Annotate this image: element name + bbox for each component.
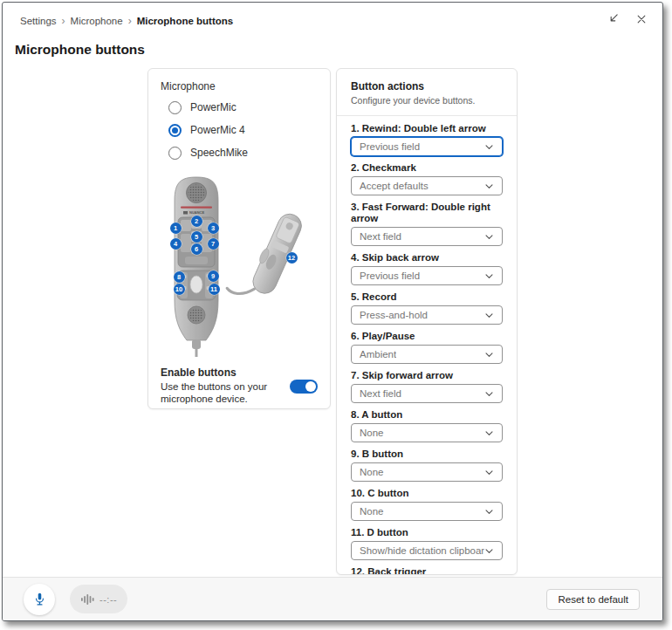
microphone-option-label: PowerMic xyxy=(190,101,237,113)
button-action-label: 4. Skip back arrow xyxy=(351,252,503,264)
button-actions-list: 1. Rewind: Double left arrow Previous fi… xyxy=(351,123,503,575)
device-button-badge: 12 xyxy=(286,252,298,264)
audio-level-indicator: --:-- xyxy=(70,585,127,613)
bottom-bar: --:-- Reset to default xyxy=(3,577,662,620)
button-action-group: 5. Record Press-and-hold xyxy=(351,291,503,325)
microphone-option-label: SpeechMike xyxy=(190,147,248,159)
chevron-down-icon xyxy=(484,142,494,152)
button-action-select[interactable]: None xyxy=(351,462,503,482)
divider xyxy=(337,115,517,116)
enable-buttons-description: Use the buttons on your microphone devic… xyxy=(161,380,285,405)
breadcrumb-item[interactable]: Microphone buttons xyxy=(137,16,234,26)
breadcrumb-item[interactable]: Settings xyxy=(20,16,57,26)
powermic-illustration: NUANCE xyxy=(161,173,319,358)
button-action-label: 10. C button xyxy=(351,488,503,499)
close-icon[interactable] xyxy=(636,14,647,24)
button-action-label: 12. Back trigger xyxy=(351,566,503,575)
button-action-label: 3. Fast Forward: Double right arrow xyxy=(351,202,503,224)
microphone-option[interactable]: PowerMic xyxy=(168,99,318,115)
button-action-group: 1. Rewind: Double left arrow Previous fi… xyxy=(351,123,503,156)
chevron-down-icon xyxy=(484,428,494,438)
button-action-label: 9. B button xyxy=(351,449,503,460)
button-action-group: 8. A button None xyxy=(351,409,503,442)
button-action-group: 11. D button Show/hide dictation clipboa… xyxy=(351,527,503,560)
button-action-label: 1. Rewind: Double left arrow xyxy=(351,123,503,134)
button-action-select[interactable]: Ambient xyxy=(351,345,503,364)
chevron-down-icon xyxy=(484,507,494,517)
button-action-select[interactable]: Previous field xyxy=(351,137,503,156)
device-button-badge: 9 xyxy=(208,270,219,282)
button-action-select[interactable]: None xyxy=(351,502,503,521)
button-action-group: 12. Back trigger Transfer text - Desktop… xyxy=(351,566,503,575)
select-value: None xyxy=(360,428,384,438)
microphone-option[interactable]: SpeechMike xyxy=(168,145,318,161)
radio-icon[interactable] xyxy=(168,124,182,137)
button-action-group: 3. Fast Forward: Double right arrow Next… xyxy=(351,202,503,246)
button-actions-subtitle: Configure your device buttons. xyxy=(351,95,503,106)
device-button-badge: 11 xyxy=(209,284,220,295)
device-button-badge: 5 xyxy=(191,231,202,243)
select-value: Ambient xyxy=(360,349,396,360)
button-action-label: 7. Skip forward arrow xyxy=(351,370,503,381)
button-action-select[interactable]: Previous field xyxy=(351,266,503,285)
collapse-window-icon[interactable] xyxy=(607,13,619,24)
device-button-badge: 3 xyxy=(208,223,219,234)
reset-to-default-button[interactable]: Reset to default xyxy=(546,589,640,610)
device-button-badge: 8 xyxy=(174,271,185,283)
device-button-badge: 7 xyxy=(208,238,219,250)
button-action-label: 5. Record xyxy=(351,291,503,303)
window-header: Settings › Microphone › Microphone butto… xyxy=(3,3,662,27)
microphone-card: Microphone PowerMic PowerMic 4 xyxy=(147,68,331,409)
button-action-select[interactable]: Press-and-hold xyxy=(351,305,503,325)
select-value: Previous field xyxy=(360,270,420,281)
button-action-group: 6. Play/Pause Ambient xyxy=(351,331,503,364)
svg-text:NUANCE: NUANCE xyxy=(189,210,204,215)
chevron-down-icon xyxy=(484,468,494,477)
breadcrumb-item[interactable]: Microphone xyxy=(71,16,123,26)
button-action-label: 11. D button xyxy=(351,527,503,538)
chevron-down-icon xyxy=(484,232,494,242)
button-action-select[interactable]: Show/hide dictation clipboard xyxy=(351,541,503,560)
select-value: None xyxy=(360,506,384,517)
button-action-select[interactable]: Next field xyxy=(351,227,503,246)
select-value: None xyxy=(360,467,384,477)
select-value: Accept defaults xyxy=(360,181,429,191)
button-action-group: 4. Skip back arrow Previous field xyxy=(351,252,503,285)
select-value: Press-and-hold xyxy=(360,310,428,320)
device-button-badge: 1 xyxy=(170,223,182,234)
button-action-label: 8. A button xyxy=(351,409,503,421)
content-area: Microphone PowerMic PowerMic 4 xyxy=(3,68,662,581)
chevron-down-icon xyxy=(484,311,494,320)
button-action-select[interactable]: Accept defaults xyxy=(351,176,503,195)
breadcrumb: Settings › Microphone › Microphone butto… xyxy=(15,15,648,27)
toggle-knob xyxy=(305,381,316,392)
button-action-label: 2. Checkmark xyxy=(351,162,503,174)
button-action-select[interactable]: Next field xyxy=(351,384,503,403)
button-action-group: 9. B button None xyxy=(351,449,503,482)
device-button-badge: 4 xyxy=(170,238,182,250)
page-title: Microphone buttons xyxy=(15,42,662,58)
microphone-button[interactable] xyxy=(24,584,55,615)
button-action-group: 7. Skip forward arrow Next field xyxy=(351,370,503,403)
button-actions-title: Button actions xyxy=(351,80,503,92)
button-action-select[interactable]: None xyxy=(351,423,503,442)
chevron-down-icon xyxy=(484,271,494,281)
select-value: Show/hide dictation clipboard xyxy=(360,545,484,556)
radio-icon[interactable] xyxy=(168,147,182,160)
button-action-group: 10. C button None xyxy=(351,488,503,521)
chevron-down-icon xyxy=(484,546,494,556)
select-value: Previous field xyxy=(360,141,420,152)
microphone-icon xyxy=(32,592,47,606)
chevron-down-icon xyxy=(484,389,494,399)
enable-buttons-title: Enable buttons xyxy=(161,366,285,379)
select-value: Next field xyxy=(360,388,401,399)
breadcrumb-separator: › xyxy=(128,15,132,27)
button-actions-card: Button actions Configure your device but… xyxy=(336,68,518,575)
recording-timer: --:-- xyxy=(99,594,117,605)
breadcrumb-separator: › xyxy=(62,15,65,27)
device-button-badge: 2 xyxy=(191,216,202,227)
microphone-option[interactable]: PowerMic 4 xyxy=(168,122,318,138)
radio-icon[interactable] xyxy=(168,101,182,114)
device-button-badge: 10 xyxy=(174,284,185,295)
enable-buttons-toggle[interactable] xyxy=(290,380,318,394)
